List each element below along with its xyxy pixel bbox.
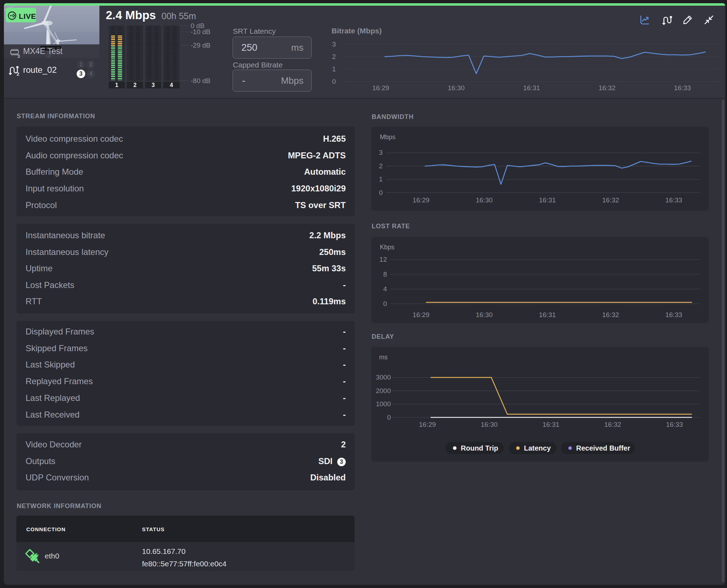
svg-text:12: 12 [379,256,387,263]
svg-text:0: 0 [379,189,383,196]
svg-text:16:29: 16:29 [419,421,436,428]
svg-text:16:29: 16:29 [372,84,389,92]
svg-text:16:32: 16:32 [602,196,619,204]
svg-text:1000: 1000 [376,400,391,408]
svg-text:16:33: 16:33 [665,311,682,318]
svg-text:16:32: 16:32 [604,421,621,428]
svg-text:0: 0 [387,414,391,421]
svg-text:16:29: 16:29 [412,311,430,318]
svg-text:16:31: 16:31 [539,196,556,204]
svg-text:1: 1 [379,175,383,183]
svg-text:Mbps: Mbps [380,134,395,141]
svg-text:16:31: 16:31 [523,84,540,92]
svg-text:16:33: 16:33 [674,84,691,92]
svg-text:Kbps: Kbps [380,244,394,251]
svg-text:16:32: 16:32 [598,84,616,92]
svg-text:ms: ms [379,354,388,361]
svg-text:Bitrate (Mbps): Bitrate (Mbps) [332,28,382,35]
svg-text:1: 1 [332,65,336,73]
svg-text:16:30: 16:30 [448,84,465,92]
svg-text:16:31: 16:31 [542,421,559,428]
svg-text:3: 3 [332,40,336,48]
svg-text:3000: 3000 [376,374,391,381]
svg-text:2000: 2000 [376,387,391,394]
svg-text:16:30: 16:30 [476,311,493,318]
svg-text:2: 2 [332,53,336,60]
svg-text:16:33: 16:33 [666,421,683,428]
svg-text:0: 0 [383,300,387,307]
svg-text:8: 8 [383,271,387,278]
svg-text:4: 4 [383,285,387,293]
svg-text:16:33: 16:33 [665,196,682,204]
svg-text:3: 3 [379,149,383,156]
svg-text:2: 2 [379,162,383,170]
svg-text:16:31: 16:31 [539,311,556,318]
svg-text:16:32: 16:32 [602,311,619,318]
svg-text:16:29: 16:29 [412,196,430,204]
svg-text:16:30: 16:30 [481,421,498,428]
svg-text:16:30: 16:30 [476,196,493,204]
svg-text:0: 0 [332,78,336,85]
